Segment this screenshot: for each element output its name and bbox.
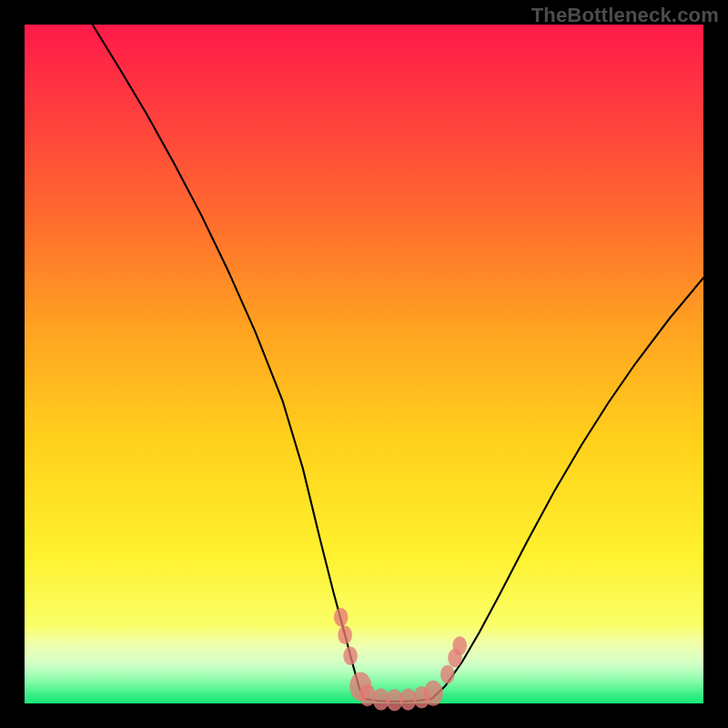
- chart-plot-area: [25, 25, 703, 703]
- highlight-marker: [338, 625, 352, 644]
- watermark-text: TheBottleneck.com: [531, 4, 719, 27]
- highlight-marker: [452, 636, 467, 655]
- bottleneck-curve: [25, 25, 703, 703]
- chart-frame: TheBottleneck.com: [0, 0, 728, 728]
- highlight-marker: [423, 681, 442, 706]
- highlight-marker: [334, 608, 349, 627]
- curve-path: [93, 25, 703, 702]
- highlight-marker: [343, 647, 358, 666]
- highlight-marker: [440, 665, 455, 684]
